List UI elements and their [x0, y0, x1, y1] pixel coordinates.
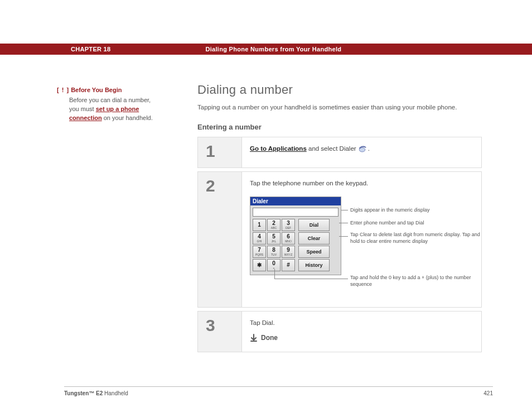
clear-button[interactable]: Clear: [298, 232, 330, 245]
step3-text: Tap Dial.: [250, 319, 275, 326]
key-8[interactable]: 8TUV: [267, 246, 280, 258]
page-blurb: Tapping out a number on your handheld is…: [197, 104, 482, 111]
key-1[interactable]: 1: [253, 219, 266, 231]
product-name: Tungsten™ E2 Handheld: [64, 390, 128, 396]
callout-line: [274, 279, 348, 279]
key-6[interactable]: 6MNO: [282, 232, 295, 245]
step-body: Tap Dial. Done: [241, 312, 481, 352]
history-button[interactable]: History: [298, 259, 330, 271]
chapter-title: Dialing Phone Numbers from Your Handheld: [205, 46, 341, 52]
page-title: Dialing a number: [197, 83, 482, 97]
chapter-label: CHAPTER 18: [71, 46, 110, 52]
dialer-numeric-display: [253, 208, 338, 217]
go-to-applications-link[interactable]: Go to Applications: [250, 145, 307, 152]
step-1: 1 Go to Applications and select Dialer .: [197, 137, 482, 168]
dialer-side-buttons: Dial Clear Speed History: [298, 219, 330, 271]
byb-text-after: on your handheld.: [102, 114, 153, 121]
step-body: Go to Applications and select Dialer .: [241, 137, 481, 167]
alert-marker: [ ! ]: [57, 87, 69, 93]
dialer-window-title: Dialer: [250, 197, 341, 205]
callout-clear: Tap Clear to delete last digit from nume…: [350, 232, 484, 245]
dial-button[interactable]: Dial: [298, 219, 330, 231]
step-3: 3 Tap Dial. Done: [197, 311, 482, 352]
key-7[interactable]: 7PQRS: [253, 246, 266, 258]
dialer-screenshot: Dialer 1 2ABC 3DEF 4GHI 5JKL 6MNO 7PQRS …: [250, 197, 341, 275]
step2-text: Tap the telephone number on the keypad.: [250, 180, 368, 186]
callout-line: [339, 236, 348, 237]
main-content: Dialing a number Tapping out a number on…: [197, 83, 482, 356]
step-number: 1: [198, 137, 241, 167]
key-0[interactable]: 0+: [267, 259, 280, 271]
dialer-app-icon: [358, 145, 368, 153]
step-body: Tap the telephone number on the keypad. …: [241, 172, 481, 307]
step-number: 3: [198, 312, 241, 352]
callout-line: [341, 210, 348, 210]
step-2: 2 Tap the telephone number on the keypad…: [197, 171, 482, 308]
page-number: 421: [483, 390, 493, 396]
step-number: 2: [198, 172, 241, 307]
dialer-keypad: 1 2ABC 3DEF 4GHI 5JKL 6MNO 7PQRS 8TUV 9W…: [253, 219, 295, 271]
key-5[interactable]: 5JKL: [267, 232, 280, 245]
subsection-title: Entering a number: [197, 123, 482, 131]
before-you-begin-heading: Before You Begin: [71, 87, 122, 93]
key-4[interactable]: 4GHI: [253, 232, 266, 245]
callout-line: [274, 269, 275, 279]
before-you-begin-callout: [ ! ] Before You Begin Before you can di…: [57, 86, 157, 123]
done-arrow-icon: [250, 334, 258, 342]
key-2[interactable]: 2ABC: [267, 219, 280, 231]
chapter-ribbon: CHAPTER 18 Dialing Phone Numbers from Yo…: [0, 44, 532, 55]
callout-line: [339, 223, 348, 223]
done-row: Done: [250, 334, 473, 342]
step1-period: .: [368, 145, 370, 152]
callout-dial: Enter phone number and tap Dial: [350, 220, 424, 227]
page-footer: Tungsten™ E2 Handheld 421: [64, 390, 493, 396]
step1-text: and select Dialer: [307, 145, 358, 152]
footer-rule: [64, 386, 493, 387]
done-label: Done: [261, 334, 278, 342]
key-9[interactable]: 9WXYZ: [282, 246, 295, 258]
key-hash[interactable]: #: [282, 259, 295, 271]
speed-button[interactable]: Speed: [298, 246, 330, 258]
key-3[interactable]: 3DEF: [282, 219, 295, 231]
callout-zero: Tap and hold the 0 key to add a + (plus)…: [350, 275, 478, 288]
key-star[interactable]: ✱: [253, 259, 266, 271]
callout-display: Digits appear in the numeric display: [350, 207, 430, 214]
